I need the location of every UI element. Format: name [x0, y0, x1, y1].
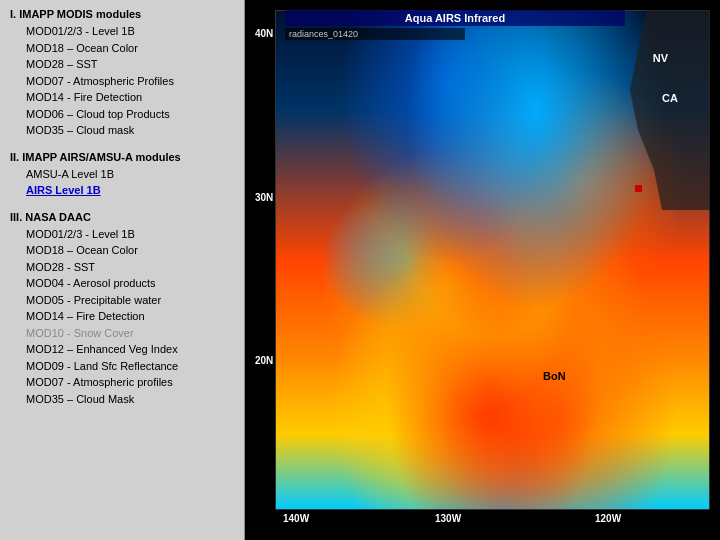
daac-mod-35: MOD35 – Cloud Mask [26, 391, 234, 408]
lat-20n-label: 20N [255, 355, 273, 366]
mod-07: MOD07 - Atmospheric Profiles [26, 73, 234, 90]
daac-mod-12: MOD12 – Enhanced Veg Index [26, 341, 234, 358]
left-panel: I. IMAPP MODIS modules MOD01/2/3 - Level… [0, 0, 245, 540]
section1-items: MOD01/2/3 - Level 1B MOD18 – Ocean Color… [10, 23, 234, 139]
amsu-a-level1b: AMSU-A Level 1B [26, 166, 234, 183]
daac-mod-10: MOD10 - Snow Cover [26, 325, 234, 342]
lon-130w-label: 130W [435, 513, 461, 524]
daac-mod-04: MOD04 - Aerosol products [26, 275, 234, 292]
section3-items: MOD01/2/3 - Level 1B MOD18 – Ocean Color… [10, 226, 234, 408]
mod-06: MOD06 – Cloud top Products [26, 106, 234, 123]
section-modis: I. IMAPP MODIS modules MOD01/2/3 - Level… [10, 8, 234, 139]
airs-level1b-link[interactable]: AIRS Level 1B [26, 182, 234, 199]
daac-mod-18: MOD18 – Ocean Color [26, 242, 234, 259]
section-airs-amsu: II. IMAPP AIRS/AMSU-A modules AMSU-A Lev… [10, 151, 234, 199]
daac-mod-28: MOD28 - SST [26, 259, 234, 276]
daac-mod-0123: MOD01/2/3 - Level 1B [26, 226, 234, 243]
daac-mod-07: MOD07 - Atmospheric profiles [26, 374, 234, 391]
bon-text: BoN [543, 370, 566, 382]
section2-title: II. IMAPP AIRS/AMSU-A modules [10, 151, 234, 163]
lon-140w-label: 140W [283, 513, 309, 524]
map-area: Aqua AIRS Infrared radiances_01420 40N 3… [245, 0, 720, 540]
daac-mod-05: MOD05 - Precipitable water [26, 292, 234, 309]
mod-28: MOD28 – SST [26, 56, 234, 73]
red-dot-marker [635, 185, 642, 192]
daac-mod-09: MOD09 - Land Sfc Reflectance [26, 358, 234, 375]
mod-14: MOD14 - Fire Detection [26, 89, 234, 106]
section3-title: III. NASA DAAC [10, 211, 234, 223]
mod-35: MOD35 – Cloud mask [26, 122, 234, 139]
section1-title: I. IMAPP MODIS modules [10, 8, 234, 20]
section-nasa-daac: III. NASA DAAC MOD01/2/3 - Level 1B MOD1… [10, 211, 234, 408]
ca-label: CA [662, 92, 678, 104]
map-subtitle: radiances_01420 [285, 28, 465, 40]
map-title: Aqua AIRS Infrared [285, 10, 625, 26]
lat-30n-label: 30N [255, 192, 273, 203]
mod-18: MOD18 – Ocean Color [26, 40, 234, 57]
daac-mod-14: MOD14 – Fire Detection [26, 308, 234, 325]
mod-01-23: MOD01/2/3 - Level 1B [26, 23, 234, 40]
section2-items: AMSU-A Level 1B AIRS Level 1B [10, 166, 234, 199]
nv-label: NV [653, 52, 668, 64]
lat-40n-label: 40N [255, 28, 273, 39]
lon-120w-label: 120W [595, 513, 621, 524]
